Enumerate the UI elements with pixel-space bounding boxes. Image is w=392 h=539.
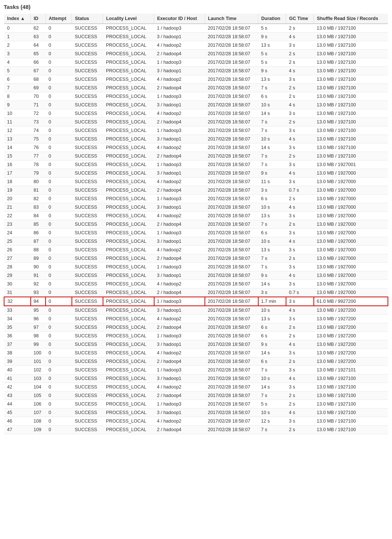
cell-launch: 2017/02/28 18:58:07 <box>205 24 258 33</box>
cell-duration: 6 s <box>258 332 286 340</box>
cell-shuffle: 13.0 MB / 1927200 <box>314 340 388 349</box>
table-row: 3650SUCCESSPROCESS_LOCAL2 / hadoop42017/… <box>4 50 388 58</box>
cell-id: 106 <box>31 400 46 409</box>
cell-launch: 2017/02/28 18:58:07 <box>205 41 258 50</box>
cell-id: 69 <box>31 84 46 92</box>
cell-attempt: 0 <box>46 417 72 426</box>
cell-launch: 2017/02/28 18:58:07 <box>205 203 258 212</box>
column-header-attempt[interactable]: Attempt <box>46 14 72 24</box>
cell-attempt: 0 <box>46 280 72 288</box>
cell-launch: 2017/02/28 18:58:07 <box>205 254 258 263</box>
cell-gctime: 4 s <box>286 237 314 246</box>
cell-launch: 2017/02/28 18:58:07 <box>205 357 258 366</box>
cell-duration: 10 s <box>258 101 286 109</box>
cell-index: 16 <box>4 161 31 169</box>
column-header-gctime[interactable]: GC Time <box>286 14 314 24</box>
cell-id: 82 <box>31 195 46 203</box>
cell-index: 35 <box>4 323 31 332</box>
cell-status: SUCCESS <box>72 152 103 161</box>
cell-locality: PROCESS_LOCAL <box>103 212 154 220</box>
cell-executor: 2 / hadoop4 <box>154 357 205 366</box>
cell-launch: 2017/02/28 18:58:07 <box>205 332 258 340</box>
column-header-executor[interactable]: Executor ID / Host <box>154 14 205 24</box>
table-row: 18800SUCCESSPROCESS_LOCAL4 / hadoop22017… <box>4 178 388 186</box>
cell-launch: 2017/02/28 18:58:07 <box>205 84 258 92</box>
table-row: 37990SUCCESSPROCESS_LOCAL3 / hadoop12017… <box>4 340 388 349</box>
cell-gctime: 2 s <box>286 84 314 92</box>
cell-locality: PROCESS_LOCAL <box>103 178 154 186</box>
cell-shuffle: 13.0 MB / 1927000 <box>314 288 388 297</box>
cell-index: 45 <box>4 409 31 417</box>
cell-duration: 14 s <box>258 143 286 152</box>
cell-shuffle: 13.0 MB / 1927200 <box>314 357 388 366</box>
column-header-locality[interactable]: Locality Level <box>103 14 154 24</box>
cell-status: SUCCESS <box>72 426 103 434</box>
cell-duration: 3 s <box>258 186 286 195</box>
table-row: 35970SUCCESSPROCESS_LOCAL2 / hadoop42017… <box>4 323 388 332</box>
cell-status: SUCCESS <box>72 161 103 169</box>
table-row: 1630SUCCESSPROCESS_LOCAL3 / hadoop12017/… <box>4 33 388 41</box>
table-row: 23850SUCCESSPROCESS_LOCAL2 / hadoop42017… <box>4 220 388 229</box>
column-header-id[interactable]: ID <box>31 14 46 24</box>
cell-shuffle: 13.0 MB / 1927000 <box>314 212 388 220</box>
column-header-index[interactable]: Index ▲ <box>4 14 31 24</box>
cell-id: 70 <box>31 92 46 101</box>
cell-id: 101 <box>31 357 46 366</box>
cell-status: SUCCESS <box>72 67 103 75</box>
cell-status: SUCCESS <box>72 315 103 323</box>
cell-shuffle: 13.0 MB / 1927000 <box>314 195 388 203</box>
column-header-status[interactable]: Status <box>72 14 103 24</box>
cell-gctime: 3 s <box>286 383 314 391</box>
cell-locality: PROCESS_LOCAL <box>103 67 154 75</box>
cell-duration: 7 s <box>258 426 286 434</box>
cell-executor: 2 / hadoop4 <box>154 152 205 161</box>
cell-locality: PROCESS_LOCAL <box>103 357 154 366</box>
cell-attempt: 0 <box>46 383 72 391</box>
cell-duration: 7 s <box>258 152 286 161</box>
cell-id: 98 <box>31 332 46 340</box>
cell-locality: PROCESS_LOCAL <box>103 135 154 143</box>
cell-gctime: 2 s <box>286 92 314 101</box>
cell-shuffle: 61.0 MB / 9927200 <box>314 297 388 306</box>
cell-id: 97 <box>31 323 46 332</box>
cell-id: 92 <box>31 280 46 288</box>
cell-executor: 1 / hadoop3 <box>154 263 205 271</box>
cell-gctime: 2 s <box>286 323 314 332</box>
cell-locality: PROCESS_LOCAL <box>103 297 154 306</box>
cell-launch: 2017/02/28 18:58:07 <box>205 374 258 383</box>
table-row: 16780SUCCESSPROCESS_LOCAL1 / hadoop32017… <box>4 161 388 169</box>
column-header-duration[interactable]: Duration <box>258 14 286 24</box>
cell-executor: 4 / hadoop2 <box>154 109 205 118</box>
cell-index: 32 <box>4 297 31 306</box>
cell-shuffle: 13.0 MB / 1927100 <box>314 417 388 426</box>
cell-duration: 6 s <box>258 195 286 203</box>
column-header-shuffle[interactable]: Shuffle Read Size / Records <box>314 14 388 24</box>
cell-attempt: 0 <box>46 246 72 254</box>
table-row: 20820SUCCESSPROCESS_LOCAL1 / hadoop32017… <box>4 195 388 203</box>
cell-index: 36 <box>4 332 31 340</box>
cell-locality: PROCESS_LOCAL <box>103 409 154 417</box>
cell-gctime: 3 s <box>286 280 314 288</box>
cell-executor: 2 / hadoop4 <box>154 220 205 229</box>
cell-duration: 10 s <box>258 306 286 315</box>
cell-index: 22 <box>4 212 31 220</box>
cell-shuffle: 13.0 MB / 1927200 <box>314 315 388 323</box>
cell-duration: 7 s <box>258 391 286 400</box>
cell-duration: 7 s <box>258 126 286 135</box>
table-row: 4660SUCCESSPROCESS_LOCAL1 / hadoop32017/… <box>4 58 388 67</box>
cell-gctime: 4 s <box>286 374 314 383</box>
cell-attempt: 0 <box>46 271 72 280</box>
cell-attempt: 0 <box>46 254 72 263</box>
cell-attempt: 0 <box>46 135 72 143</box>
column-header-launch[interactable]: Launch Time <box>205 14 258 24</box>
cell-id: 88 <box>31 246 46 254</box>
cell-launch: 2017/02/28 18:58:07 <box>205 383 258 391</box>
cell-status: SUCCESS <box>72 263 103 271</box>
cell-gctime: 2 s <box>286 332 314 340</box>
cell-duration: 13 s <box>258 246 286 254</box>
cell-launch: 2017/02/28 18:58:07 <box>205 212 258 220</box>
cell-status: SUCCESS <box>72 203 103 212</box>
cell-launch: 2017/02/28 18:58:07 <box>205 118 258 126</box>
cell-id: 100 <box>31 349 46 357</box>
cell-id: 105 <box>31 391 46 400</box>
